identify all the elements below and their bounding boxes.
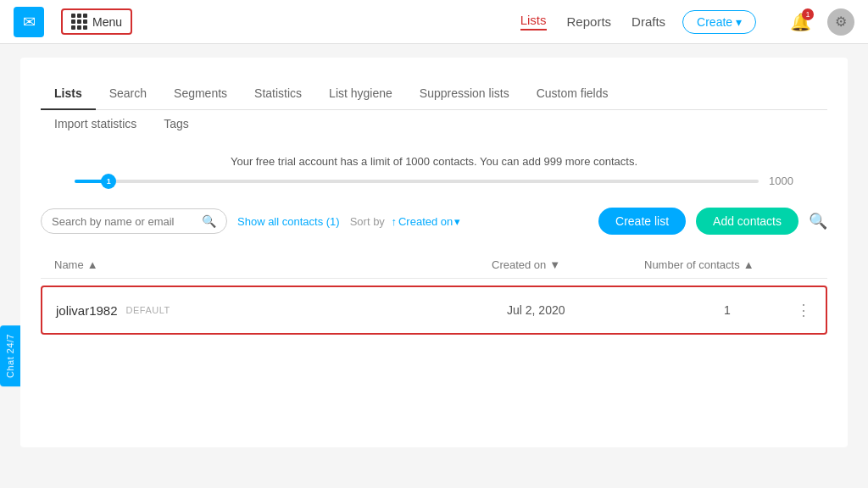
tab-statistics[interactable]: Statistics: [241, 78, 315, 110]
trial-banner: Your free trial account has a limit of 1…: [41, 155, 827, 168]
col-header-contacts[interactable]: Number of contacts ▲: [644, 258, 797, 271]
nav-reports[interactable]: Reports: [567, 14, 612, 29]
row-created-date: Jul 2, 2020: [507, 303, 659, 317]
page-content: Lists Search Segments Statistics List hy…: [20, 58, 848, 447]
topnav-actions: 🔔 1 ⚙: [787, 8, 854, 36]
tab-custom-fields[interactable]: Custom fields: [523, 78, 622, 110]
contact-slider: 1 1000: [75, 175, 793, 187]
menu-button[interactable]: Menu: [61, 8, 132, 35]
user-icon: ⚙: [835, 14, 847, 30]
search-input[interactable]: [52, 215, 197, 228]
sort-by-label: Sort by: [350, 215, 385, 228]
table-row[interactable]: jolivar1982 DEFAULT Jul 2, 2020 1 ⋮: [41, 286, 827, 335]
row-menu-button[interactable]: ⋮: [795, 301, 812, 319]
nav-drafts[interactable]: Drafts: [632, 14, 665, 29]
search-box: 🔍: [41, 208, 227, 234]
tab-tags[interactable]: Tags: [150, 110, 203, 139]
col-header-name[interactable]: Name ▲: [54, 258, 492, 271]
slider-max-label: 1000: [769, 175, 793, 187]
tabs-row-1: Lists Search Segments Statistics List hy…: [41, 78, 827, 110]
create-button[interactable]: Create ▾: [682, 10, 756, 34]
grid-icon: [71, 14, 87, 30]
slider-track[interactable]: 1: [75, 180, 759, 183]
search-icon: 🔍: [202, 214, 216, 228]
user-avatar[interactable]: ⚙: [827, 8, 854, 36]
row-contacts-count: 1: [659, 303, 795, 317]
toolbar: 🔍 Show all contacts (1) Sort by ↑ Create…: [41, 208, 827, 235]
tab-import-statistics[interactable]: Import statistics: [41, 110, 150, 139]
search-standalone-icon[interactable]: 🔍: [809, 212, 827, 230]
row-name: jolivar1982 DEFAULT: [56, 303, 507, 318]
nav-lists[interactable]: Lists: [520, 13, 547, 30]
slider-thumb: 1: [101, 174, 116, 189]
tab-search[interactable]: Search: [96, 78, 160, 110]
create-list-button[interactable]: Create list: [598, 208, 686, 235]
tabs-row-2: Import statistics Tags: [41, 110, 827, 138]
notifications-button[interactable]: 🔔 1: [787, 8, 814, 36]
tab-list-hygiene[interactable]: List hygiene: [315, 78, 406, 110]
tab-suppression-lists[interactable]: Suppression lists: [406, 78, 523, 110]
sort-by-dropdown[interactable]: Sort by ↑ Created on ▾: [350, 215, 461, 228]
col-header-created[interactable]: Created on ▼: [492, 258, 644, 271]
sort-by-value: ↑ Created on ▾: [388, 215, 460, 228]
show-contacts-link[interactable]: Show all contacts (1): [237, 215, 340, 228]
table-header: Name ▲ Created on ▼ Number of contacts ▲: [41, 252, 827, 279]
app-logo: ✉: [14, 7, 44, 37]
add-contacts-button[interactable]: Add contacts: [696, 208, 798, 235]
top-navigation: ✉ Menu Lists Reports Drafts Create ▾ 🔔 1…: [0, 0, 868, 44]
notification-badge: 1: [802, 8, 814, 20]
chat-widget[interactable]: Chat 24/7: [0, 325, 20, 386]
tab-segments[interactable]: Segments: [160, 78, 241, 110]
nav-links: Lists Reports Drafts: [520, 13, 665, 30]
tab-lists[interactable]: Lists: [41, 78, 96, 110]
default-badge: DEFAULT: [126, 305, 170, 315]
